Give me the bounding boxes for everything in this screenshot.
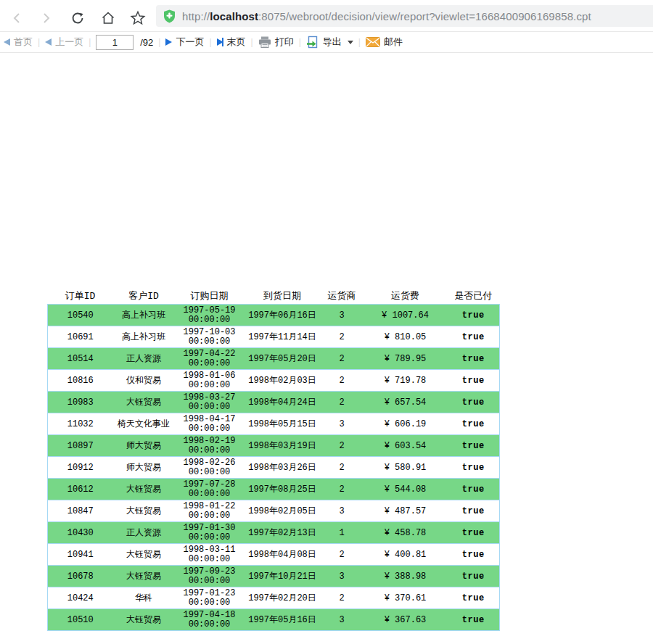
cell-freight: ¥ 487.57 — [364, 500, 448, 522]
export-dropdown-caret-icon[interactable] — [348, 41, 353, 44]
cell-order-id: 10816 — [48, 370, 113, 392]
browser-toolbar: http://localhost:8075/webroot/decision/v… — [0, 0, 653, 32]
report-pager: 首页 | 上一页 | /92 | 下一页 | 末页 | 打印 | — [0, 32, 653, 53]
cell-freight: ¥ 580.91 — [364, 457, 448, 479]
cell-customer-id: 正人资源 — [113, 348, 175, 370]
cell-freight: ¥ 719.78 — [364, 370, 448, 392]
cell-customer-id: 大钰贸易 — [113, 544, 175, 566]
next-page-label: 下一页 — [176, 36, 204, 49]
column-header: 订购日期 — [175, 288, 245, 305]
cell-paid: true — [448, 522, 500, 544]
cell-shipper: 2 — [321, 544, 364, 566]
separator: | — [251, 37, 253, 47]
bookmark-star-button[interactable] — [130, 10, 146, 26]
cell-arrival-date: 1998年03月19日 — [245, 435, 321, 457]
column-header: 是否已付 — [448, 288, 500, 305]
next-page-icon — [165, 38, 172, 46]
cell-freight: ¥ 810.05 — [364, 326, 448, 348]
first-page-icon — [4, 38, 10, 46]
cell-order-id: 10983 — [48, 392, 113, 413]
report-table-header-row: 订单ID客户ID订购日期到货日期运货商运货费是否已付 — [48, 288, 500, 305]
table-row: 10897 师大贸易 1998-02-19 00:00:00 1998年03月1… — [48, 435, 500, 457]
cell-customer-id: 高上补习班 — [113, 305, 175, 326]
url-text: http://localhost:8075/webroot/decision/v… — [182, 10, 591, 22]
cell-shipper: 2 — [321, 479, 364, 500]
cell-customer-id: 仪和贸易 — [113, 370, 175, 392]
table-row: 10983 大钰贸易 1998-03-27 00:00:00 1998年04月2… — [48, 392, 500, 413]
cell-freight: ¥ 1007.64 — [364, 305, 448, 326]
cell-arrival-date: 1998年05月15日 — [245, 413, 321, 435]
cell-order-date: 1998-02-19 00:00:00 — [175, 435, 245, 457]
refresh-button[interactable] — [70, 10, 86, 26]
cell-customer-id: 椅天文化事业 — [113, 413, 175, 435]
last-page-button[interactable]: 末页 — [217, 36, 246, 49]
cell-paid: true — [448, 457, 500, 479]
cell-paid: true — [448, 435, 500, 457]
cell-arrival-date: 1997年11月14日 — [245, 326, 321, 348]
cell-order-date: 1998-03-27 00:00:00 — [175, 392, 245, 413]
print-label: 打印 — [275, 36, 294, 49]
cell-order-id: 10540 — [48, 305, 113, 326]
cell-shipper: 3 — [321, 500, 364, 522]
page-number-input[interactable] — [96, 35, 134, 50]
forward-icon — [39, 12, 52, 25]
refresh-icon — [70, 11, 85, 25]
cell-order-date: 1998-04-17 00:00:00 — [175, 413, 245, 435]
cell-paid: true — [448, 500, 500, 522]
cell-order-date: 1997-01-23 00:00:00 — [175, 587, 245, 609]
table-row: 10540 高上补习班 1997-05-19 00:00:00 1997年06月… — [48, 305, 500, 326]
cell-freight: ¥ 458.78 — [364, 522, 448, 544]
cell-paid: true — [448, 305, 500, 326]
export-button[interactable]: 导出 — [306, 36, 353, 49]
column-header: 客户ID — [113, 288, 175, 305]
cell-customer-id: 大钰贸易 — [113, 392, 175, 413]
cell-order-date: 1997-09-23 00:00:00 — [175, 566, 245, 587]
cell-order-date: 1998-01-22 00:00:00 — [175, 500, 245, 522]
cell-paid: true — [448, 370, 500, 392]
print-button[interactable]: 打印 — [258, 36, 294, 49]
cell-shipper: 2 — [321, 587, 364, 609]
cell-freight: ¥ 789.95 — [364, 348, 448, 370]
cell-paid: true — [448, 544, 500, 566]
cell-order-date: 1997-07-28 00:00:00 — [175, 479, 245, 500]
cell-order-id: 11032 — [48, 413, 113, 435]
home-button[interactable] — [100, 10, 116, 26]
star-icon — [130, 10, 146, 26]
cell-order-id: 10514 — [48, 348, 113, 370]
first-page-button[interactable]: 首页 — [4, 36, 33, 49]
cell-arrival-date: 1997年08月25日 — [245, 479, 321, 500]
cell-customer-id: 大钰贸易 — [113, 566, 175, 587]
forward-button[interactable] — [38, 10, 54, 26]
cell-freight: ¥ 388.98 — [364, 566, 448, 587]
cell-order-date: 1997-05-19 00:00:00 — [175, 305, 245, 326]
cell-order-date: 1998-01-06 00:00:00 — [175, 370, 245, 392]
home-icon — [101, 11, 115, 25]
separator: | — [358, 37, 361, 47]
cell-arrival-date: 1997年06月16日 — [245, 305, 321, 326]
cell-arrival-date: 1997年02月20日 — [245, 587, 321, 609]
back-button[interactable] — [9, 10, 25, 26]
table-row: 10612 大钰贸易 1997-07-28 00:00:00 1997年08月2… — [48, 479, 500, 500]
url-host: localhost — [210, 10, 258, 22]
separator: | — [209, 37, 211, 47]
cell-order-id: 10612 — [48, 479, 113, 500]
cell-paid: true — [448, 392, 500, 413]
mail-label: 邮件 — [384, 36, 403, 49]
cell-order-id: 10912 — [48, 457, 113, 479]
mail-button[interactable]: 邮件 — [366, 36, 403, 49]
cell-paid: true — [448, 566, 500, 587]
cell-arrival-date: 1998年04月24日 — [245, 392, 321, 413]
cell-paid: true — [448, 413, 500, 435]
next-page-button[interactable]: 下一页 — [165, 36, 204, 49]
cell-customer-id: 师大贸易 — [113, 435, 175, 457]
table-row: 10514 正人资源 1997-04-22 00:00:00 1997年05月2… — [48, 348, 500, 370]
prev-page-button[interactable]: 上一页 — [45, 36, 83, 49]
cell-arrival-date: 1998年02月05日 — [245, 500, 321, 522]
separator: | — [158, 37, 160, 47]
cell-paid: true — [448, 479, 500, 500]
cell-order-id: 10847 — [48, 500, 113, 522]
print-icon — [258, 36, 271, 48]
address-bar[interactable]: http://localhost:8075/webroot/decision/v… — [156, 5, 653, 27]
cell-customer-id: 华科 — [113, 587, 175, 609]
table-row: 10430 正人资源 1997-01-30 00:00:00 1997年02月1… — [48, 522, 500, 544]
